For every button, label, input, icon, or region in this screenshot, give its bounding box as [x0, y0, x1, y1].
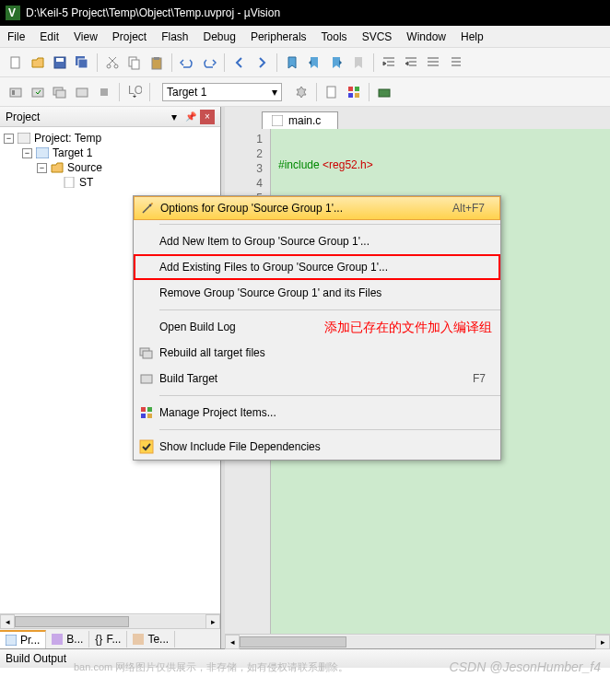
manage-icon: [134, 400, 159, 426]
paste-icon[interactable]: [147, 52, 167, 73]
tree-root[interactable]: − Project: Temp: [4, 131, 217, 146]
svg-rect-41: [147, 414, 152, 418]
collapse-icon[interactable]: −: [37, 163, 47, 173]
tree-target[interactable]: − Target 1: [4, 146, 217, 160]
menu-debug[interactable]: Debug: [204, 30, 236, 43]
bookmark-next-icon[interactable]: [326, 52, 346, 73]
save-icon[interactable]: [50, 52, 70, 73]
folder-icon: [51, 162, 64, 173]
tab-functions[interactable]: {}F...: [89, 631, 127, 648]
app-icon: V: [6, 6, 20, 20]
toolbar-build: LOAD Target 1 ▾: [0, 77, 610, 107]
menu-remove-group[interactable]: Remove Group 'Source Group 1' and its Fi…: [134, 280, 500, 306]
project-scrollbar[interactable]: ◂ ▸: [0, 613, 220, 628]
pack-installer-icon[interactable]: [374, 82, 394, 102]
indent-icon[interactable]: [379, 52, 399, 73]
menu-tools[interactable]: Tools: [322, 30, 347, 43]
editor-scrollbar[interactable]: ◂ ▸: [225, 634, 610, 648]
menu-help[interactable]: Help: [461, 30, 484, 43]
tab-project[interactable]: Pr...: [0, 630, 46, 648]
project-icon: [18, 133, 30, 144]
redo-icon[interactable]: [199, 52, 219, 73]
forward-icon[interactable]: [252, 52, 272, 73]
cut-icon[interactable]: [102, 52, 123, 73]
batch-build-icon[interactable]: [72, 82, 92, 102]
panel-title: Project: [6, 111, 40, 123]
panel-menu-icon[interactable]: ▾: [167, 110, 182, 124]
manage-icon[interactable]: [344, 82, 364, 102]
comment-icon[interactable]: [423, 52, 443, 73]
tab-templates[interactable]: Te...: [127, 631, 175, 648]
svg-rect-29: [65, 177, 74, 188]
check-icon: [134, 434, 159, 460]
project-panel-header: Project ▾ 📌 ×: [0, 107, 220, 127]
build-icon[interactable]: [28, 82, 48, 102]
copy-icon[interactable]: [124, 52, 145, 73]
menu-manage-items[interactable]: Manage Project Items...: [134, 400, 500, 426]
scroll-right-icon[interactable]: ▸: [205, 614, 220, 629]
svg-rect-31: [52, 634, 63, 645]
functions-tab-icon: {}: [95, 633, 102, 646]
menu-flash[interactable]: Flash: [161, 30, 188, 43]
save-all-icon[interactable]: [72, 52, 92, 73]
undo-icon[interactable]: [177, 52, 197, 73]
tree-file[interactable]: ST: [4, 175, 217, 190]
menu-file[interactable]: File: [7, 30, 25, 43]
uncomment-icon[interactable]: [445, 52, 465, 73]
back-icon[interactable]: [229, 52, 250, 73]
bookmark-clear-icon[interactable]: [348, 52, 369, 73]
svg-point-7: [107, 64, 111, 68]
svg-rect-14: [12, 90, 15, 95]
menu-add-existing[interactable]: Add Existing Files to Group 'Source Grou…: [134, 254, 500, 280]
menu-show-include[interactable]: Show Include File Dependencies: [134, 434, 500, 460]
menu-edit[interactable]: Edit: [40, 30, 59, 43]
window-title: D:\Keil-5 Project\Temp\Object\Temp.uvpro…: [26, 6, 280, 19]
options-icon[interactable]: [291, 82, 311, 102]
collapse-icon[interactable]: −: [22, 148, 32, 158]
collapse-icon[interactable]: −: [4, 134, 14, 144]
svg-rect-26: [379, 89, 390, 97]
menu-add-new[interactable]: Add New Item to Group 'Source Group 1'..…: [134, 228, 500, 254]
titlebar: V D:\Keil-5 Project\Temp\Object\Temp.uvp…: [0, 0, 610, 26]
svg-rect-42: [140, 440, 153, 453]
tree-target-label: Target 1: [53, 146, 92, 159]
rebuild-icon[interactable]: [50, 82, 70, 102]
file-tab-main[interactable]: main.c: [262, 111, 338, 129]
menu-project[interactable]: Project: [112, 30, 147, 43]
outdent-icon[interactable]: [401, 52, 421, 73]
stop-build-icon[interactable]: [94, 82, 114, 102]
file-icon: [63, 177, 76, 188]
translate-icon[interactable]: [6, 82, 26, 102]
svg-rect-38: [141, 407, 146, 412]
scroll-left-icon[interactable]: ◂: [0, 614, 15, 629]
bookmark-prev-icon[interactable]: [304, 52, 324, 73]
menu-peripherals[interactable]: Peripherals: [251, 30, 307, 43]
svg-rect-10: [132, 60, 139, 69]
file-ext-icon[interactable]: [322, 82, 342, 102]
open-file-icon[interactable]: [28, 52, 48, 73]
menu-view[interactable]: View: [74, 30, 98, 43]
scroll-right-icon[interactable]: ▸: [595, 635, 610, 649]
project-tab-icon: [6, 635, 17, 646]
new-file-icon[interactable]: [6, 52, 26, 73]
pin-icon[interactable]: 📌: [183, 110, 198, 124]
svg-rect-23: [355, 87, 359, 91]
menu-options-group[interactable]: Options for Group 'Source Group 1'... Al…: [134, 196, 500, 220]
tab-books[interactable]: B...: [46, 631, 89, 648]
scroll-left-icon[interactable]: ◂: [225, 635, 240, 649]
rebuild-icon: [134, 340, 159, 366]
svg-point-34: [151, 203, 153, 204]
menu-build-target[interactable]: Build Target F7: [134, 366, 500, 391]
file-tab-label: main.c: [288, 114, 321, 127]
target-selector[interactable]: Target 1 ▾: [162, 83, 282, 101]
svg-rect-37: [141, 375, 152, 383]
bookmark-icon[interactable]: [282, 52, 302, 73]
menu-svcs[interactable]: SVCS: [362, 30, 393, 43]
tree-group[interactable]: − Source: [4, 160, 217, 175]
svg-rect-6: [78, 59, 88, 68]
download-icon[interactable]: LOAD: [124, 82, 145, 102]
close-icon[interactable]: ×: [200, 110, 215, 124]
menu-window[interactable]: Window: [406, 30, 446, 43]
toolbar-main: [0, 48, 610, 77]
menu-rebuild-all[interactable]: Rebuild all target files: [134, 340, 500, 366]
